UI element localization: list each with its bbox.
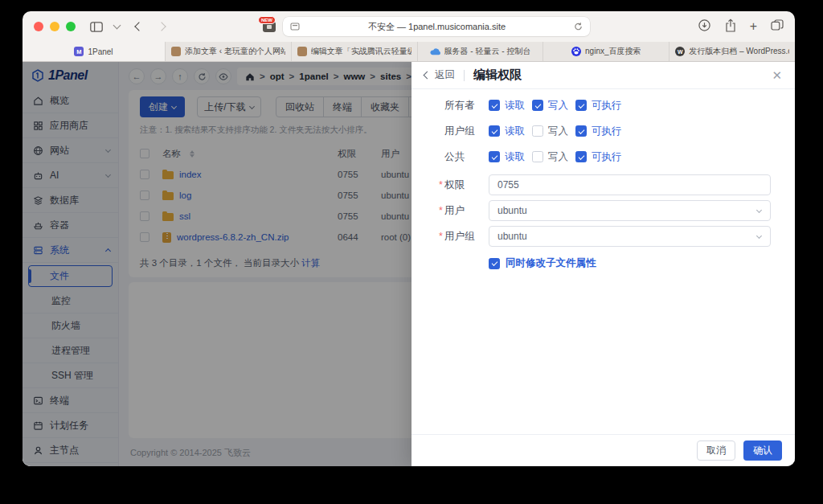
new-tab-icon[interactable]: +	[750, 20, 757, 33]
public-write-checkbox[interactable]: 写入	[532, 150, 568, 164]
share-icon[interactable]	[725, 18, 736, 35]
cloud-favicon	[430, 47, 440, 55]
group-write-checkbox[interactable]: 写入	[532, 125, 568, 138]
confirm-button[interactable]: 确认	[743, 440, 782, 461]
minimize-window-button[interactable]	[50, 22, 59, 31]
page-viewport: 1Panel 概览 应用商店 网站 AI 数据库	[23, 62, 795, 466]
group-read-checkbox[interactable]: 读取	[489, 125, 525, 138]
owner-exec-checkbox[interactable]: 可执行	[575, 99, 622, 113]
user-select[interactable]: ubuntu	[489, 200, 771, 221]
required-marker: *	[439, 205, 443, 216]
tab-1panel[interactable]: M 1Panel	[23, 42, 166, 61]
wordpress-favicon: W	[675, 47, 685, 56]
tab-overview-icon[interactable]	[771, 19, 784, 34]
traffic-lights	[34, 22, 76, 31]
chevron-down-icon[interactable]	[114, 25, 120, 28]
browser-window: NEW 不安全 — 1panel.musicomania.site + M 1	[23, 11, 795, 466]
url-text: 不安全 — 1panel.musicomania.site	[300, 21, 574, 33]
owner-write-checkbox[interactable]: 写入	[532, 99, 568, 113]
back-button[interactable]: 返回	[424, 68, 455, 82]
permission-input[interactable]	[489, 174, 771, 195]
extension-icon[interactable]: NEW	[263, 22, 276, 32]
owner-read-checkbox[interactable]: 读取	[489, 99, 525, 113]
public-permission-row: 公共 读取 写入 可执行	[412, 144, 795, 170]
site-favicon	[171, 47, 181, 56]
zoom-window-button[interactable]	[66, 22, 76, 31]
sidebar-toggle-icon[interactable]	[90, 22, 103, 32]
group-exec-checkbox[interactable]: 可执行	[575, 125, 622, 138]
address-bar[interactable]: 不安全 — 1panel.musicomania.site	[283, 17, 590, 36]
tab-bar: M 1Panel 添加文章 ‹ 老玩童的个人网站 — Word... 编辑文章「…	[23, 42, 795, 62]
downloads-icon[interactable]	[698, 18, 711, 35]
page-icon	[290, 23, 300, 31]
tab-baidu-search[interactable]: nginx_百度搜索	[543, 42, 669, 61]
tab-tencent-cloud-console[interactable]: 服务器 - 轻量云 - 控制台	[418, 42, 544, 61]
user-field-row: *用户 ubuntu	[412, 199, 795, 223]
public-read-checkbox[interactable]: 读取	[489, 150, 525, 164]
edit-permission-drawer: 返回 编辑权限 ✕ 所有者 读取 写入 可执行 用户组 读取 写入 可执行	[412, 62, 795, 466]
reload-icon[interactable]	[574, 22, 583, 31]
group-select[interactable]: ubuntu	[489, 226, 771, 247]
close-window-button[interactable]	[34, 22, 43, 31]
owner-permission-row: 所有者 读取 写入 可执行	[412, 92, 795, 118]
group-permission-row: 用户组 读取 写入 可执行	[412, 118, 795, 144]
drawer-title: 编辑权限	[473, 68, 522, 83]
permission-field-row: *权限	[412, 173, 795, 197]
baidu-favicon	[571, 47, 581, 56]
back-button[interactable]	[136, 23, 142, 30]
cancel-button[interactable]: 取消	[697, 440, 735, 461]
site-favicon	[297, 47, 307, 56]
new-badge: NEW	[258, 16, 276, 25]
chevron-down-icon	[756, 233, 762, 239]
tab-wordpress-edit-post[interactable]: 编辑文章「实战腾讯云轻量级服务器」‹...	[292, 42, 418, 61]
tab-wordpress-new-post[interactable]: 添加文章 ‹ 老玩童的个人网站 — Word...	[166, 42, 292, 61]
group-field-row: *用户组 ubuntu	[412, 224, 795, 248]
apply-to-children-checkbox[interactable]: 同时修改子文件属性	[412, 256, 795, 270]
browser-toolbar: NEW 不安全 — 1panel.musicomania.site +	[23, 11, 795, 42]
close-icon[interactable]: ✕	[772, 69, 782, 81]
1panel-favicon: M	[74, 47, 84, 56]
tab-wordpress-org-releases[interactable]: W 发行版本归档 – WordPress.org China...	[669, 42, 795, 61]
back-arrow-icon	[424, 72, 432, 80]
required-marker: *	[439, 231, 443, 242]
chevron-down-icon	[756, 207, 762, 213]
required-marker: *	[439, 179, 443, 191]
public-exec-checkbox[interactable]: 可执行	[575, 150, 622, 164]
forward-button[interactable]	[158, 23, 165, 30]
